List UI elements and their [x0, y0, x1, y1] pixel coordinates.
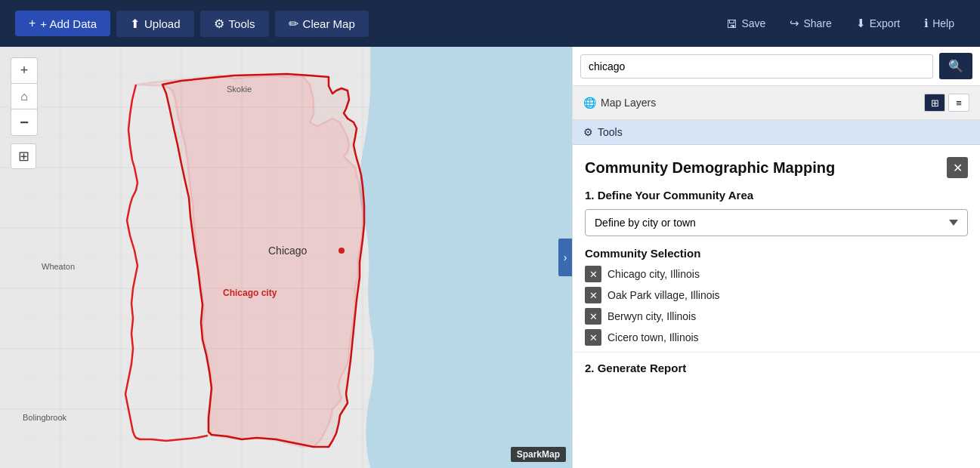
- sparkmap-watermark: SparkMap: [511, 447, 566, 462]
- clear-map-label: Clear Map: [303, 17, 355, 30]
- community-name-chicago: Chicago city, Illinois: [607, 268, 700, 280]
- tools-button[interactable]: ⚙ Tools: [200, 11, 269, 37]
- clear-map-button[interactable]: ✏ Clear Map: [275, 11, 369, 37]
- grid-view-button[interactable]: ⊞: [924, 94, 945, 112]
- save-icon: 🖫: [726, 17, 737, 30]
- community-item-4: ✕ Cicero town, Illinois: [585, 329, 968, 346]
- export-icon: ⬇: [856, 17, 866, 30]
- list-view-button[interactable]: ≡: [948, 94, 969, 112]
- cdm-title: Community Demographic Mapping: [585, 159, 835, 177]
- share-label: Share: [803, 17, 831, 29]
- upload-label: Upload: [144, 17, 181, 30]
- tools-gear-icon: ⚙: [583, 126, 593, 138]
- community-item-3: ✕ Berwyn city, Illinois: [585, 308, 968, 325]
- map-controls: + ⌂ − ⊞: [11, 57, 38, 169]
- save-label: Save: [741, 17, 765, 29]
- community-item-1: ✕ Chicago city, Illinois: [585, 266, 968, 282]
- svg-point-32: [339, 248, 345, 254]
- tools-section-label: Tools: [598, 126, 623, 138]
- svg-text:Chicago city: Chicago city: [223, 288, 277, 298]
- cdm-header: Community Demographic Mapping ✕: [585, 157, 968, 178]
- map-layers-label: Map Layers: [601, 97, 656, 109]
- info-icon: ℹ: [924, 17, 929, 30]
- zoom-out-button[interactable]: −: [11, 109, 37, 135]
- cdm-close-button[interactable]: ✕: [947, 157, 968, 178]
- tools-section: ⚙ Tools: [573, 120, 980, 145]
- generate-report-label: 2. Generate Report: [573, 352, 980, 380]
- home-button[interactable]: ⌂: [11, 84, 37, 109]
- save-button[interactable]: 🖫 Save: [716, 13, 776, 35]
- map-layers-header: 🌐 Map Layers ⊞ ≡: [573, 86, 980, 120]
- toolbar-left: + + Add Data ⬆ Upload ⚙ Tools ✏ Clear Ma…: [15, 11, 369, 37]
- export-label: Export: [870, 17, 900, 29]
- map-area[interactable]: Chicago Chicago city Skokie Wheaton Boli…: [0, 47, 572, 468]
- search-input[interactable]: [580, 54, 933, 79]
- toolbar-right: 🖫 Save ↪ Share ⬇ Export ℹ Help: [716, 12, 965, 35]
- svg-text:Bolingbrook: Bolingbrook: [23, 413, 67, 422]
- panel-content[interactable]: Community Demographic Mapping ✕ 1. Defin…: [573, 145, 980, 468]
- layer-grid-button[interactable]: ⊞: [11, 143, 36, 169]
- map-layers-title: 🌐 Map Layers: [583, 97, 656, 109]
- plus-icon: +: [29, 17, 36, 30]
- share-button[interactable]: ↪ Share: [779, 12, 842, 35]
- add-data-label: + Add Data: [40, 17, 97, 30]
- upload-icon: ⬆: [130, 17, 140, 31]
- pencil-icon: ✏: [289, 17, 298, 31]
- help-button[interactable]: ℹ Help: [914, 12, 965, 35]
- search-button[interactable]: 🔍: [939, 53, 972, 79]
- globe-icon: 🌐: [583, 97, 596, 109]
- help-label: Help: [932, 17, 954, 29]
- tools-label: Tools: [229, 17, 255, 30]
- community-selection-label: Community Selection: [585, 247, 968, 260]
- toolbar: + + Add Data ⬆ Upload ⚙ Tools ✏ Clear Ma…: [0, 0, 980, 47]
- remove-oakpark-button[interactable]: ✕: [585, 287, 601, 303]
- gear-icon: ⚙: [214, 17, 224, 31]
- svg-text:Chicago: Chicago: [268, 245, 308, 257]
- side-panel: 🔍 🌐 Map Layers ⊞ ≡ ⚙ Tools Community Dem…: [572, 47, 980, 468]
- community-item-2: ✕ Oak Park village, Illinois: [585, 287, 968, 303]
- search-bar: 🔍: [573, 47, 980, 86]
- map-layers-icons: ⊞ ≡: [924, 94, 969, 112]
- map-svg: Chicago Chicago city Skokie Wheaton Boli…: [0, 47, 572, 468]
- export-button[interactable]: ⬇ Export: [846, 12, 910, 35]
- remove-cicero-button[interactable]: ✕: [585, 329, 601, 346]
- community-name-berwyn: Berwyn city, Illinois: [607, 310, 696, 322]
- cdm-tool: Community Demographic Mapping ✕ 1. Defin…: [573, 145, 980, 346]
- remove-berwyn-button[interactable]: ✕: [585, 308, 601, 325]
- zoom-controls: + ⌂ −: [11, 57, 38, 136]
- define-by-select[interactable]: Define by city or town Define by county …: [585, 209, 968, 236]
- share-icon: ↪: [790, 17, 799, 30]
- svg-text:Wheaton: Wheaton: [42, 262, 75, 271]
- define-area-label: 1. Define Your Community Area: [585, 189, 968, 202]
- main-area: Chicago Chicago city Skokie Wheaton Boli…: [0, 47, 980, 468]
- svg-text:Skokie: Skokie: [227, 85, 252, 94]
- add-data-button[interactable]: + + Add Data: [15, 11, 110, 36]
- panel-collapse-btn[interactable]: ›: [558, 239, 572, 276]
- community-name-cicero: Cicero town, Illinois: [607, 331, 699, 343]
- zoom-in-button[interactable]: +: [11, 58, 37, 84]
- upload-button[interactable]: ⬆ Upload: [116, 11, 194, 37]
- remove-chicago-button[interactable]: ✕: [585, 266, 601, 282]
- community-name-oakpark: Oak Park village, Illinois: [607, 289, 720, 301]
